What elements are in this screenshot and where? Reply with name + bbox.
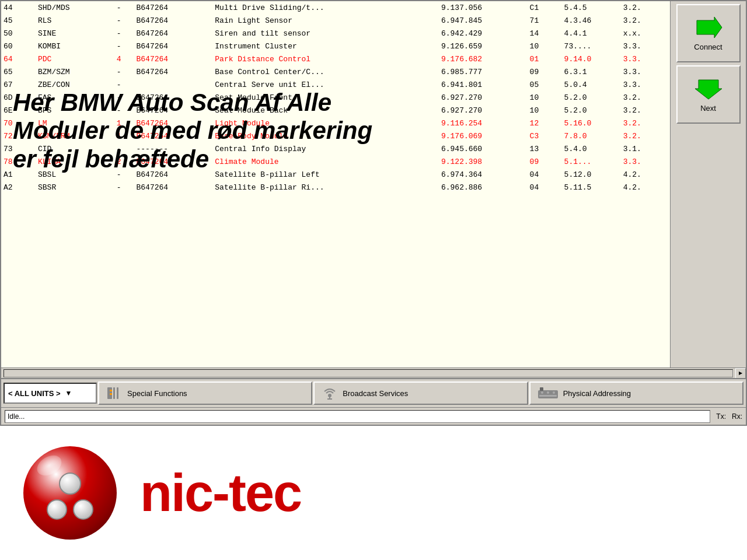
svg-point-13: [547, 391, 549, 394]
row-errors: 4: [114, 52, 134, 65]
right-sidebar: Connect Next: [670, 1, 746, 368]
row-code: 14: [528, 27, 562, 40]
row-errors: -: [114, 65, 134, 78]
row-version: 9.122.398: [439, 155, 528, 168]
connect-arrow-icon: [694, 16, 723, 39]
row-v1: 5.4.5: [562, 1, 621, 14]
row-v2: 4.2.: [621, 168, 670, 181]
svg-marker-0: [697, 17, 722, 38]
row-v2: 3.2.: [621, 104, 670, 117]
connect-button[interactable]: Connect: [676, 4, 741, 62]
row-description: Park Distance Control: [212, 52, 439, 65]
row-version: 6.985.777: [439, 65, 528, 78]
row-module: KOMBI: [36, 40, 114, 52]
row-errors: -: [114, 181, 134, 194]
overlay-line3: er fejl behæftede: [13, 145, 372, 173]
row-v2: 3.1.: [621, 142, 670, 155]
svg-rect-3: [113, 387, 115, 399]
next-label: Next: [700, 104, 716, 113]
row-v2: 3.2.: [621, 117, 670, 130]
broadcast-services-button[interactable]: Broadcast Services: [313, 382, 528, 405]
row-version: 6.962.886: [439, 181, 528, 194]
next-button[interactable]: Next: [676, 65, 741, 124]
row-bus: B647264: [134, 27, 213, 40]
scroll-right-button[interactable]: ▶: [735, 368, 746, 379]
row-bus: B647264: [134, 1, 213, 14]
logo-circle-bottom-left: [47, 499, 67, 520]
unit-selector-label: < ALL UNITS >: [8, 389, 61, 398]
row-v1: 5.1...: [562, 155, 621, 168]
logo-circles-row: [47, 499, 93, 520]
status-bar: Idle... Tx: Rx:: [1, 407, 746, 425]
row-code: 04: [528, 181, 562, 194]
logo-circles: [47, 473, 93, 520]
row-code: 09: [528, 65, 562, 78]
row-description: Siren and tilt sensor: [212, 27, 439, 40]
row-v2: x.x.: [621, 27, 670, 40]
row-v1: 5.16.0: [562, 117, 621, 130]
row-id: 44: [1, 1, 36, 14]
row-v1: 6.3.1: [562, 65, 621, 78]
svg-point-12: [541, 391, 543, 394]
row-version: 9.176.069: [439, 130, 528, 142]
row-errors: -: [114, 40, 134, 52]
row-v2: 3.3.: [621, 40, 670, 52]
row-bus: B647264: [134, 181, 213, 194]
branding-section: nic-tec: [0, 426, 747, 560]
row-version: 6.945.660: [439, 142, 528, 155]
row-module: SBSR: [36, 181, 114, 194]
row-code: 05: [528, 78, 562, 91]
table-row[interactable]: 64 PDC 4 B647264 Park Distance Control 9…: [1, 52, 670, 65]
row-code: 12: [528, 117, 562, 130]
table-row[interactable]: 60 KOMBI - B647264 Instrument Cluster 9.…: [1, 40, 670, 52]
row-v2: 3.2.: [621, 130, 670, 142]
table-row[interactable]: 45 RLS - B647264 Rain Light Sensor 6.947…: [1, 14, 670, 27]
row-v1: 9.14.0: [562, 52, 621, 65]
row-version: 9.116.254: [439, 117, 528, 130]
row-v2: 3.2.: [621, 14, 670, 27]
row-version: 6.974.364: [439, 168, 528, 181]
scroll-area: ▶: [1, 368, 746, 378]
row-code: C3: [528, 130, 562, 142]
logo-circle-bottom-right: [73, 499, 93, 520]
row-code: C1: [528, 1, 562, 14]
status-tx-rx: Tx: Rx:: [716, 412, 742, 421]
table-row[interactable]: 65 BZM/SZM - B647264 Base Control Center…: [1, 65, 670, 78]
overlay-line1: Her BMW Auto Scan Af Alle: [13, 89, 372, 117]
overlay-text: Her BMW Auto Scan Af Alle Moduler de med…: [13, 89, 372, 173]
row-module: SINE: [36, 27, 114, 40]
table-row[interactable]: A2 SBSR - B647264 Satellite B-pillar Ri.…: [1, 181, 670, 194]
row-code: 10: [528, 40, 562, 52]
app-window: 44 SHD/MDS - B647264 Multi Drive Sliding…: [0, 0, 747, 426]
row-version: 6.947.845: [439, 14, 528, 27]
main-container: 44 SHD/MDS - B647264 Multi Drive Sliding…: [0, 0, 747, 560]
overlay-line2: Moduler de med rød markering: [13, 117, 372, 145]
horizontal-scrollbar[interactable]: [4, 369, 733, 377]
row-v1: 73....: [562, 40, 621, 52]
svg-rect-4: [117, 387, 118, 399]
special-functions-icon: [106, 385, 123, 401]
table-content: 44 SHD/MDS - B647264 Multi Drive Sliding…: [1, 1, 670, 368]
row-bus: B647264: [134, 65, 213, 78]
row-id: 50: [1, 27, 36, 40]
row-code: 10: [528, 91, 562, 104]
table-row[interactable]: 50 SINE - B647264 Siren and tilt sensor …: [1, 27, 670, 40]
special-functions-button[interactable]: Special Functions: [98, 382, 312, 405]
unit-selector[interactable]: < ALL UNITS > ▼: [4, 383, 97, 404]
logo-ball: [23, 446, 117, 540]
table-row[interactable]: 44 SHD/MDS - B647264 Multi Drive Sliding…: [1, 1, 670, 14]
row-version: 6.927.270: [439, 104, 528, 117]
svg-rect-6: [110, 393, 112, 395]
physical-addressing-button[interactable]: Physical Addressing: [529, 382, 743, 405]
row-id: 60: [1, 40, 36, 52]
row-v1: 5.2.0: [562, 104, 621, 117]
status-idle-field: Idle...: [5, 410, 710, 423]
row-code: 13: [528, 142, 562, 155]
row-v1: 5.11.5: [562, 181, 621, 194]
row-errors: -: [114, 27, 134, 40]
row-v1: 4.3.46: [562, 14, 621, 27]
row-description: Base Control Center/C...: [212, 65, 439, 78]
row-v1: 5.12.0: [562, 168, 621, 181]
svg-rect-15: [539, 395, 557, 397]
row-id: 45: [1, 14, 36, 27]
